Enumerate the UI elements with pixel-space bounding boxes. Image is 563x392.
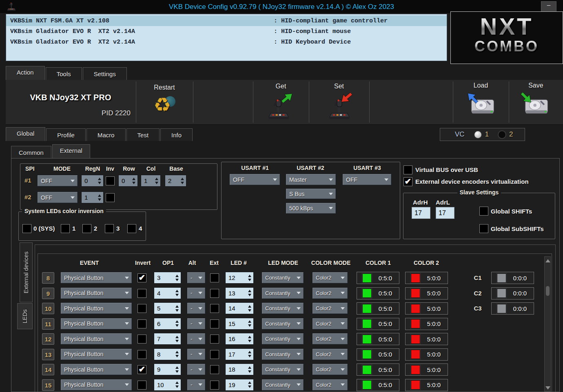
op1-spinner-buttons[interactable]	[175, 381, 181, 388]
color2-box[interactable]: 5:0:0	[405, 333, 448, 345]
spin-down-icon[interactable]	[175, 340, 179, 342]
color2-box[interactable]: 5:0:0	[405, 348, 448, 361]
save-button[interactable]	[519, 90, 552, 123]
alt-select[interactable]: -	[187, 348, 206, 360]
scrollbar-down-icon[interactable]	[545, 386, 550, 390]
side-tab-leds[interactable]: LEDs	[17, 303, 33, 329]
color1-box[interactable]: 0:5:0	[357, 363, 399, 376]
sysled-checkbox-0[interactable]	[22, 224, 31, 233]
invert-checkbox[interactable]	[137, 350, 146, 359]
op1-spinner[interactable]: 10	[154, 379, 181, 391]
led-num-spinner-buttons[interactable]	[248, 366, 253, 373]
load-button[interactable]	[465, 90, 498, 123]
usart3-select[interactable]: OFF	[342, 174, 392, 185]
invert-checkbox[interactable]: ✔	[137, 365, 146, 374]
spin-down-icon[interactable]	[175, 355, 179, 357]
menu-tab-tools[interactable]: Tools	[46, 67, 82, 80]
c2-box[interactable]: 0:0:0	[491, 287, 534, 300]
spi1-regn-spinner[interactable]: 0	[81, 175, 104, 187]
vc-radio-1[interactable]	[474, 130, 482, 139]
color-mode-select[interactable]: Color2	[312, 333, 348, 345]
color1-box[interactable]: 0:5:0	[357, 318, 399, 330]
ext-checkbox[interactable]	[210, 319, 219, 328]
led-num-spinner-buttons[interactable]	[248, 336, 253, 342]
spi1-col-spinner[interactable]: 1	[141, 175, 161, 187]
led-num-spinner-buttons[interactable]	[248, 351, 253, 357]
ext-checkbox[interactable]	[210, 350, 219, 359]
scrollbar-thumb[interactable]	[546, 286, 550, 296]
spin-down-icon[interactable]	[132, 182, 135, 184]
spin-up-icon[interactable]	[175, 366, 179, 369]
op1-spinner[interactable]: 8	[154, 348, 181, 360]
event-select[interactable]: Physical Button	[60, 379, 132, 391]
op1-spinner[interactable]: 7	[154, 333, 181, 345]
main-tab-macro[interactable]: Macro	[86, 128, 126, 141]
op1-spinner-buttons[interactable]	[175, 336, 181, 342]
side-tab-external-devices[interactable]: External devices	[20, 242, 33, 302]
spinner-buttons[interactable]	[98, 178, 103, 184]
ext-checkbox[interactable]	[210, 365, 219, 374]
led-num-spinner-buttons[interactable]	[248, 381, 253, 388]
spin-down-icon[interactable]	[181, 182, 184, 184]
usart2-protocol-select[interactable]: S Bus	[286, 188, 336, 199]
global-subshifts-checkbox[interactable]	[479, 224, 488, 233]
alt-select[interactable]: -	[187, 333, 206, 345]
spin-down-icon[interactable]	[155, 182, 158, 184]
spin-up-icon[interactable]	[181, 178, 184, 180]
invert-checkbox[interactable]	[137, 381, 146, 390]
global-shifts-checkbox[interactable]	[479, 207, 488, 216]
event-select[interactable]: Physical Button	[60, 348, 132, 360]
alt-select[interactable]: -	[187, 379, 206, 391]
color-mode-select[interactable]: Color2	[312, 348, 348, 360]
c1-box[interactable]: 0:0:0	[491, 272, 534, 284]
main-tab-global[interactable]: Global	[6, 127, 45, 141]
alt-select[interactable]: -	[187, 318, 206, 330]
ext-checkbox[interactable]	[210, 335, 219, 344]
main-tab-test[interactable]: Test	[126, 128, 160, 141]
event-select[interactable]: Physical Button	[60, 333, 132, 345]
spin-up-icon[interactable]	[248, 351, 251, 353]
color1-box[interactable]: 0:5:0	[357, 333, 399, 345]
get-button[interactable]	[265, 90, 298, 123]
spi1-inv-checkbox[interactable]	[106, 176, 115, 185]
spin-down-icon[interactable]	[98, 198, 101, 201]
led-mode-select[interactable]: Constantly	[262, 379, 304, 391]
led-num-spinner-buttons[interactable]	[248, 320, 253, 327]
color-mode-select[interactable]: Color2	[312, 379, 348, 391]
device-list-item[interactable]: VKBsim Gladiator EVO R XT2 v2.14A: HID K…	[6, 37, 447, 47]
invert-checkbox[interactable]	[137, 319, 146, 328]
sub-tab-external[interactable]: External	[52, 144, 90, 159]
row-index-button[interactable]: 11	[42, 318, 54, 330]
usart2-select[interactable]: Master	[286, 174, 336, 185]
encoders-virtualization-checkbox[interactable]: ✔	[403, 177, 412, 186]
spin-down-icon[interactable]	[175, 370, 179, 373]
spin-down-icon[interactable]	[248, 340, 251, 342]
spin-up-icon[interactable]	[98, 194, 101, 197]
led-num-spinner[interactable]: 17	[225, 348, 254, 360]
spin-up-icon[interactable]	[175, 351, 179, 353]
invert-checkbox[interactable]	[137, 335, 146, 344]
spin-down-icon[interactable]	[175, 385, 179, 388]
row-index-button[interactable]: 14	[42, 364, 54, 375]
led-num-spinner[interactable]: 15	[225, 318, 254, 330]
spi2-regn-spinner[interactable]: 1	[81, 192, 104, 203]
minimize-button[interactable]: –	[541, 1, 556, 13]
row-index-button[interactable]: 13	[42, 349, 54, 360]
virtual-bus-checkbox[interactable]	[403, 165, 412, 174]
spin-up-icon[interactable]	[175, 320, 179, 323]
spin-down-icon[interactable]	[248, 324, 251, 327]
color2-box[interactable]: 5:0:0	[405, 363, 448, 376]
spin-up-icon[interactable]	[248, 336, 251, 338]
op1-spinner-buttons[interactable]	[175, 351, 181, 357]
color2-box[interactable]: 5:0:0	[405, 318, 448, 330]
led-num-spinner[interactable]: 19	[225, 379, 254, 391]
row-index-button[interactable]: 12	[42, 333, 54, 345]
sub-tab-common[interactable]: Common	[11, 146, 51, 159]
scrollbar[interactable]	[544, 256, 551, 392]
spin-up-icon[interactable]	[248, 320, 251, 323]
main-tab-info[interactable]: Info	[160, 128, 193, 141]
color2-box[interactable]: 5:0:0	[405, 379, 448, 391]
vc-radio-2[interactable]	[498, 130, 506, 139]
spin-up-icon[interactable]	[155, 178, 158, 180]
led-mode-select[interactable]: Constantly	[262, 318, 304, 330]
